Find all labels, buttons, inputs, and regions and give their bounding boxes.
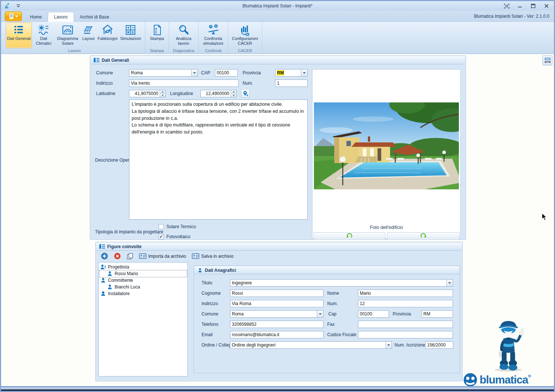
ordine-collegio-combobox[interactable]: Ordine degli Ingegneri	[230, 341, 392, 349]
tab-archivi-di-base[interactable]: Archivi di Base	[74, 12, 115, 22]
person-icon	[100, 277, 106, 283]
ribbon-button-stampa[interactable]: Stampa	[147, 23, 167, 48]
panel-form-icon	[94, 58, 99, 62]
tree-item-bianchi-luca[interactable]: Bianchi Luca	[99, 284, 187, 290]
cognome-input[interactable]	[230, 290, 324, 297]
spin-down-icon[interactable]	[160, 94, 165, 97]
ribbon-button-diagramma-solare[interactable]: Diagramma Solare	[55, 23, 80, 48]
descrizione-opera-label: Descrizione Opera	[95, 157, 132, 164]
mascot-image	[488, 316, 529, 372]
minimize-button[interactable]	[516, 3, 524, 9]
tree-item-installatore[interactable]: Installatore	[99, 290, 187, 297]
fotovoltaico-checkbox[interactable]	[159, 234, 164, 239]
tree-item-label: Rossi Mario	[115, 271, 138, 276]
cap-input[interactable]	[215, 69, 238, 77]
longitudine-spinner[interactable]: 12,4900000	[200, 90, 237, 97]
spin-down-icon[interactable]	[231, 94, 236, 97]
panel-title: Dati Anagrafici	[205, 268, 236, 273]
ribbon-button-fabbisogni[interactable]: Fabbisogni	[97, 23, 118, 48]
cap-anagrafica-input[interactable]	[358, 310, 389, 318]
ribbon-group-cacer: Configurazioni CACER CACER	[228, 22, 262, 54]
solare-termico-label: Solare Termico	[166, 223, 196, 230]
ribbon-button-confronta-simulazioni[interactable]: AB Confronta simulazioni	[200, 23, 226, 48]
ribbon-button-label: Diagramma Solare	[56, 36, 79, 46]
ribbon-button-dati-generali[interactable]: Dati Generali	[6, 23, 32, 48]
ribbon-button-layout[interactable]: Layout	[80, 23, 97, 48]
spin-up-icon[interactable]	[231, 90, 236, 94]
ribbon-button-simulazioni[interactable]: Simulazioni	[118, 23, 143, 48]
provincia-anagrafica-input[interactable]	[422, 310, 453, 318]
dropdown-arrow-icon[interactable]	[191, 70, 197, 76]
latitudine-spinner[interactable]: 41,9075000	[129, 90, 166, 97]
indirizzo-anagrafica-input[interactable]	[230, 300, 324, 307]
tree-item-rossi-mario[interactable]: Rossi Mario	[99, 270, 187, 277]
titolo-label: Titolo	[202, 280, 212, 287]
ordine-collegio-label: Ordine / Collegio	[202, 342, 234, 349]
ribbon-button-configurazioni-cacer[interactable]: Configurazioni CACER	[230, 23, 260, 48]
add-icon	[101, 253, 108, 260]
fullscreen-button[interactable]	[503, 3, 510, 9]
configurazioni-cacer-icon	[239, 24, 251, 36]
person-icon	[107, 271, 113, 277]
indirizzo-input[interactable]	[129, 80, 238, 87]
comune-combobox[interactable]: Roma	[129, 69, 198, 77]
rotate-photo-left-button[interactable]	[314, 232, 385, 240]
nome-label: Nome	[327, 290, 339, 297]
email-input[interactable]	[230, 331, 324, 338]
app-menu-arrow-icon	[15, 16, 18, 17]
application-menu-button[interactable]	[5, 11, 22, 21]
num-input[interactable]	[275, 80, 308, 87]
importa-da-archivio-button[interactable]: Importa da archivio	[138, 253, 187, 260]
provincia-combobox[interactable]: RM	[275, 69, 308, 77]
dropdown-arrow-icon[interactable]	[317, 311, 323, 317]
dati-anagrafici-header: Dati Anagrafici	[194, 266, 459, 274]
solare-termico-checkbox[interactable]	[159, 224, 164, 229]
spin-up-icon[interactable]	[160, 90, 165, 94]
stampa-icon	[151, 24, 163, 36]
dati-generali-panel: Dati Generali Comune Roma CAP Provincia …	[90, 55, 466, 240]
tree-item-committente[interactable]: Committente	[99, 277, 187, 284]
delete-icon	[114, 253, 121, 260]
ribbon-button-label: Simulazioni	[120, 36, 141, 41]
map-locate-button[interactable]	[241, 89, 250, 98]
ribbon-button-dati-climatici[interactable]: Dati Climatici	[32, 23, 55, 48]
rotate-photo-right-button[interactable]	[387, 232, 460, 240]
ribbon-button-analizza-lavoro[interactable]: Analizza lavoro	[171, 23, 196, 48]
dati-generali-header: Dati Generali	[91, 56, 465, 64]
num-iscrizione-label: Num. Iscrizione	[395, 342, 425, 349]
tree-item-label: Installatore	[108, 291, 130, 296]
descrizione-opera-textarea[interactable]: L'impianto è posizionato sulla copertura…	[129, 99, 308, 220]
num-iscrizione-input[interactable]	[425, 341, 453, 349]
close-button[interactable]	[543, 3, 550, 9]
figure-coinvolte-header: Figure coinvolte	[96, 243, 462, 251]
panel-width-toggle-button[interactable]	[542, 55, 552, 65]
blumatica-logo-text: blumatica®	[480, 374, 531, 385]
delete-figure-button[interactable]	[112, 252, 122, 260]
layout-icon	[82, 24, 94, 36]
titolo-combobox[interactable]: Ingegnere	[230, 279, 453, 287]
latitudine-label: Latitudine	[96, 90, 115, 97]
mouse-cursor	[542, 213, 547, 221]
tab-lavoro[interactable]: Lavoro	[48, 12, 74, 22]
panel-form-icon	[99, 244, 105, 249]
maximize-button[interactable]	[529, 3, 537, 9]
fax-input[interactable]	[358, 321, 453, 328]
ribbon-group-caption: CACER	[228, 48, 262, 53]
provincia-label: Provincia	[243, 70, 261, 77]
tab-home[interactable]: Home	[24, 12, 48, 22]
dropdown-arrow-icon[interactable]	[385, 342, 392, 348]
dropdown-arrow-icon[interactable]	[446, 280, 453, 286]
panel-title: Dati Generali	[102, 58, 129, 63]
tree-item-progettista[interactable]: Progettista	[99, 264, 187, 270]
dropdown-arrow-icon[interactable]	[301, 70, 307, 76]
nome-input[interactable]	[358, 290, 453, 297]
tree-item-label: Committente	[108, 278, 133, 283]
duplicate-figure-button[interactable]	[125, 252, 135, 260]
codice-fiscale-input[interactable]	[358, 331, 453, 338]
telefono-input[interactable]	[230, 321, 324, 328]
add-figure-button[interactable]	[99, 252, 109, 260]
salva-in-archivio-button[interactable]: Salva in archivio	[190, 253, 235, 260]
comune-anagrafica-value: Roma	[230, 311, 317, 317]
comune-anagrafica-combobox[interactable]: Roma	[230, 310, 324, 318]
num-anagrafica-input[interactable]	[358, 300, 453, 307]
